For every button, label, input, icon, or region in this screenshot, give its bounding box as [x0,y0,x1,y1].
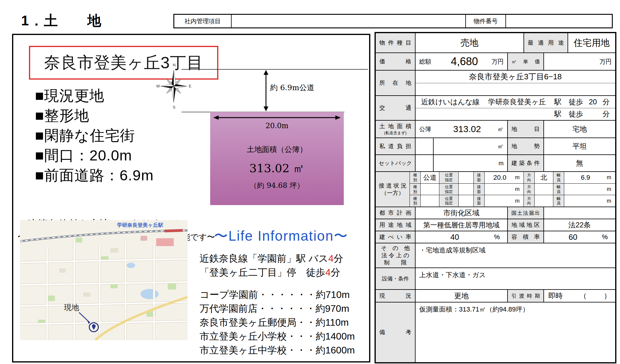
svg-text:S: S [173,105,176,109]
private-road-label: 私道負担 [376,142,415,150]
access-line: 近鉄奈良線「学園前」駅 バス4分 [200,252,343,265]
property-type-value: 売地 [416,33,524,52]
remarks-label: 備考 [376,328,415,336]
land-area-method: 公簿 [416,125,437,133]
city-plan-value: 市街化区域 [416,207,508,219]
coverage-unit: % [494,233,507,241]
national-land-label: 国土法届出 [508,210,543,217]
transport-minutes-unit2: 分 [603,109,610,119]
col-dir-label: 方向 [527,173,532,182]
frontage-arrow [213,115,341,120]
land-area-label: 土地面積 [376,122,415,130]
setback-small-cell [416,155,434,171]
svg-text:W: W [156,84,160,88]
road-width-arrow [261,70,271,111]
life-distances: コープ学園前・・・・・・約710m 万代学園前店・・・・・・約970m 奈良市登… [200,288,355,357]
current-state-label: 現況 [376,292,415,300]
best-use-value: 住宅用地 [568,33,615,52]
internal-management-label: 社内管理項目 [174,15,232,27]
price-total-value: 4,680 [437,55,492,68]
private-road-unit: ㎡ [498,142,504,150]
map-site-label: 現地 [64,303,79,312]
distance-line: 市立登美ヶ丘小学校・・・約1400m [200,329,355,343]
feature-item: ■現況更地 [35,86,154,106]
property-type-label: 物件種目 [376,39,415,47]
road-access-row-3: 種別 位置指定 接面 m 方向 幅員 m [410,195,615,207]
price-label: 価格 [376,58,415,65]
land-plot-shape: 20.0m 土地面積（公簿） 313.02 ㎡ （約 94.68 坪） [210,112,344,205]
area-value: 313.02 ㎡ [210,161,344,176]
road-access-row-1: 種別 公道 位置指定 接面 20.0m 方向 北 幅員 6.9m [410,172,615,183]
distance-line: 市立登美ヶ丘中学校・・・約1600m [200,343,355,357]
road-type-value: 公道 [421,172,439,183]
row-other-restrictions: そ の 他 法 令 上 の 制 限 ・宅地造成等規制区域 [376,243,615,267]
road-width-label: 約 6.9m公道 [270,83,314,93]
city-plan-label: 都市計画 [376,209,415,217]
row-facilities: 設備・条件 上水道・下水道・ガス [376,267,615,289]
current-state-value: 更地 [416,290,508,302]
road-pos-value [459,172,474,183]
feature-item: ■前面道路：6.9m [35,165,154,185]
distance-line: コープ学園前・・・・・・約710m [200,288,355,302]
left-panel: 奈良市登美ヶ丘3丁目 ■現況更地 ■整形地 ■閑静な住宅街 ■間口：20.0m … [12,34,370,362]
coverage-value: 40 [416,233,494,242]
svg-text:E: E [189,84,191,88]
floor-ratio-value: 60 [544,233,602,242]
flyer-page: 1．土 地 社内管理項目 物件番号 奈良市登美ヶ丘3丁目 ■現況更地 ■整形地 … [0,0,620,364]
row-address: 所在地 奈良市登美ヶ丘3丁目6−18 [376,70,615,95]
land-category-label: 地目 [508,125,543,133]
building-condition-value: 無 [544,155,615,171]
row-current-state: 現況 更地 引渡時期 即時 （ ） [376,289,615,302]
facilities-label: 設備・条件 [382,275,409,282]
setback-label: セットバック [379,160,412,167]
row-setback: セットバック m 建築条件 無 [376,154,615,171]
feature-item: ■間口：20.0m [35,145,154,165]
col-width-label: 幅員 [556,173,561,182]
map-station-label: 学研奈良登美ヶ丘駅 [117,222,163,228]
zoning-value: 第一種低層住居専用地域 [416,219,508,231]
col-face-label: 接面 [477,173,482,182]
life-access: 近鉄奈良線「学園前」駅 バス4分 「登美ヶ丘二丁目」停 徒歩4分 [200,252,343,279]
road-access-row-2: 種別 位置指定 接面 m 方向 幅員 m [410,183,615,195]
row-remarks: 備考 仮測量面積：313.71㎡（約94.89坪） [376,302,615,362]
management-bar: 社内管理項目 物件番号 [173,14,613,28]
row-road-access: 接 道 状 況 （一方） 種別 公道 位置指定 接面 20.0m 方向 北 幅員… [376,171,615,207]
coverage-label: 建ぺい率 [376,233,415,241]
district-value: 法22条 [544,219,615,231]
road-access-label: 接 道 状 況 [379,182,406,189]
zoning-label: 用途地域 [376,221,415,229]
page-title: 1．土 地 [21,11,102,30]
transport-station: 学研奈良登美ヶ丘 [488,97,546,107]
floor-ratio-unit: % [602,233,615,241]
best-use-label: 最適用途 [524,39,568,47]
price-total-unit: 万円 [492,58,507,66]
location-map: 学研奈良登美ヶ丘駅 現地 [20,220,188,340]
terrain-label: 地勢 [508,142,543,150]
distance-line: 奈良市登美ヶ丘郵便局・・約110m [200,315,355,329]
address-label: 所在地 [376,79,415,87]
transport-walk-label: 駅 徒歩 [554,97,583,107]
property-detail-table: 物件種目 売地 最適用途 住宅用地 価格 総額 4,680 万円 ㎡単価 万円 … [375,32,616,363]
area-caption: 土地面積（公簿） [210,144,344,154]
property-number-value [506,15,612,27]
feature-item: ■閑静な住宅街 [35,125,154,145]
transport-walk-label2: 駅 徒歩 [554,109,583,119]
address-value: 奈良市登美ヶ丘3丁目6−18 [416,71,615,83]
property-number-label: 物件番号 [466,15,506,27]
compass-rose-icon: N E S W [156,60,192,112]
handover-value: 即時 [548,291,563,301]
row-city-plan: 都市計画 市街化区域 国土法届出 [376,207,615,219]
road-dir-value: 北 [535,172,553,183]
unit-price-label: ㎡単価 [508,58,543,65]
feature-item: ■整形地 [35,106,154,125]
national-land-value [544,207,615,219]
access-line: 「登美ヶ丘二丁目」停 徒歩4分 [200,265,343,279]
building-condition-label: 建築条件 [508,159,543,167]
setback-unit: m [498,160,504,167]
feature-list: ■現況更地 ■整形地 ■閑静な住宅街 ■間口：20.0m ■前面道路：6.9m [35,86,154,185]
floor-ratio-label: 容積率 [508,233,543,241]
row-zoning: 用途地域 第一種低層住居専用地域 地域地区 法22条 [376,219,615,231]
transport-minutes: 20 [583,98,603,106]
road-access-label2: （一方） [381,189,404,197]
land-area-unit: ㎡ [498,125,507,133]
